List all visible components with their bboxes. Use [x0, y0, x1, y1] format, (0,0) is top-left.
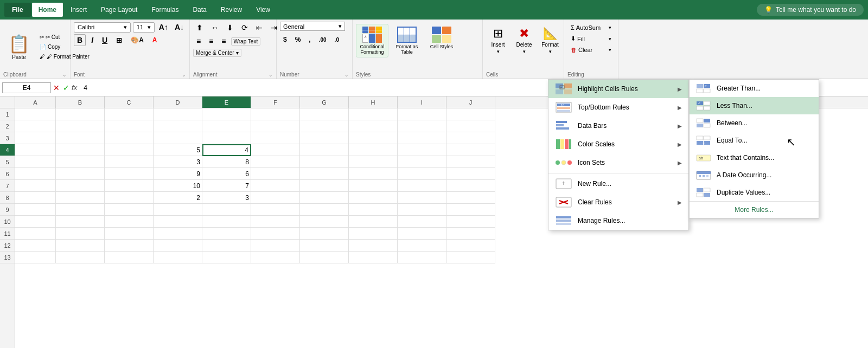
cell-J3[interactable] — [446, 132, 495, 144]
cell-F13[interactable] — [251, 252, 300, 263]
cell-J11[interactable] — [446, 228, 495, 240]
cell-G10[interactable] — [300, 216, 349, 228]
cell-B1[interactable] — [56, 108, 105, 120]
number-format-selector[interactable]: General ▾ — [280, 22, 345, 31]
cell-G11[interactable] — [300, 228, 349, 240]
greater-than-item[interactable]: > Greater Than... — [690, 80, 819, 97]
cell-B11[interactable] — [56, 228, 105, 240]
cell-H2[interactable] — [349, 120, 398, 132]
cell-A13[interactable] — [15, 252, 56, 263]
cell-D13[interactable] — [154, 252, 202, 263]
cell-J6[interactable] — [446, 168, 495, 180]
font-color-button[interactable]: A — [149, 35, 161, 46]
cell-D4[interactable]: 5 — [154, 144, 202, 156]
cell-C10[interactable] — [105, 216, 154, 228]
cell-H12[interactable] — [349, 240, 398, 252]
cell-C2[interactable] — [105, 120, 154, 132]
cell-E3[interactable] — [202, 132, 251, 144]
row-num-3[interactable]: 3 — [0, 132, 15, 144]
cell-A3[interactable] — [15, 132, 56, 144]
cell-G2[interactable] — [300, 120, 349, 132]
cell-B10[interactable] — [56, 216, 105, 228]
cell-F12[interactable] — [251, 240, 300, 252]
cell-A9[interactable] — [15, 204, 56, 216]
cell-E4[interactable]: 4 — [202, 144, 251, 156]
cell-F5[interactable] — [251, 156, 300, 168]
formulas-menu[interactable]: Formulas — [145, 3, 185, 17]
cell-I2[interactable] — [398, 120, 446, 132]
cell-I11[interactable] — [398, 228, 446, 240]
cell-D12[interactable] — [154, 240, 202, 252]
cell-H5[interactable] — [349, 156, 398, 168]
cell-F3[interactable] — [251, 132, 300, 144]
cell-D1[interactable] — [154, 108, 202, 120]
cell-G5[interactable] — [300, 156, 349, 168]
clear-rules-item[interactable]: Clear Rules ▶ — [548, 193, 688, 211]
cell-J10[interactable] — [446, 216, 495, 228]
cell-C8[interactable] — [105, 192, 154, 204]
cell-H1[interactable] — [349, 108, 398, 120]
cell-A1[interactable] — [15, 108, 56, 120]
col-header-J[interactable]: J — [446, 96, 495, 108]
col-header-I[interactable]: I — [398, 96, 446, 108]
new-rule-item[interactable]: + New Rule... — [548, 175, 688, 193]
duplicate-values-item[interactable]: Duplicate Values... — [690, 184, 819, 201]
highlight-cells-item[interactable]: ≠ Highlight Cells Rules ▶ — [548, 80, 688, 98]
top-bottom-item[interactable]: 10 Top/Bottom Rules ▶ — [548, 98, 688, 117]
cell-G6[interactable] — [300, 168, 349, 180]
cell-E9[interactable] — [202, 204, 251, 216]
cell-G13[interactable] — [300, 252, 349, 263]
fill-color-button[interactable]: 🎨A — [127, 35, 147, 46]
review-menu[interactable]: Review — [214, 3, 248, 17]
cell-B4[interactable] — [56, 144, 105, 156]
indent-decrease-button[interactable]: ⇤ — [253, 22, 266, 34]
cell-J5[interactable] — [446, 156, 495, 168]
more-rules-link[interactable]: More Rules... — [690, 201, 819, 218]
cell-D9[interactable] — [154, 204, 202, 216]
align-bottom-button[interactable]: ⬇ — [224, 22, 237, 34]
cell-H3[interactable] — [349, 132, 398, 144]
cell-G4[interactable] — [300, 144, 349, 156]
col-header-B[interactable]: B — [56, 96, 105, 108]
cell-I8[interactable] — [398, 192, 446, 204]
bold-button[interactable]: B — [74, 34, 86, 46]
row-num-8[interactable]: 8 — [0, 192, 15, 204]
less-than-item[interactable]: < Less Than... — [690, 97, 819, 114]
col-header-E[interactable]: E — [202, 96, 251, 108]
page-layout-menu[interactable]: Page Layout — [94, 3, 144, 17]
font-size-selector[interactable]: 11 ▾ — [133, 22, 155, 33]
fill-button[interactable]: ⬇ Fill ▾ — [567, 34, 615, 44]
col-header-D[interactable]: D — [154, 96, 202, 108]
cell-D8[interactable]: 2 — [154, 192, 202, 204]
align-right-button[interactable]: ≡ — [218, 35, 229, 47]
cell-I13[interactable] — [398, 252, 446, 263]
cell-C1[interactable] — [105, 108, 154, 120]
cell-D6[interactable]: 9 — [154, 168, 202, 180]
data-bars-item[interactable]: Data Bars ▶ — [548, 117, 688, 135]
cell-E10[interactable] — [202, 216, 251, 228]
cell-F7[interactable] — [251, 180, 300, 192]
cell-I10[interactable] — [398, 216, 446, 228]
cell-F4[interactable] — [251, 144, 300, 156]
cell-A11[interactable] — [15, 228, 56, 240]
cell-C11[interactable] — [105, 228, 154, 240]
cell-H7[interactable] — [349, 180, 398, 192]
cell-J9[interactable] — [446, 204, 495, 216]
cell-C5[interactable] — [105, 156, 154, 168]
cell-C9[interactable] — [105, 204, 154, 216]
cell-I7[interactable] — [398, 180, 446, 192]
cell-D10[interactable] — [154, 216, 202, 228]
cancel-formula-icon[interactable]: ✕ — [53, 83, 60, 92]
cell-E5[interactable]: 8 — [202, 156, 251, 168]
cell-B13[interactable] — [56, 252, 105, 263]
cell-E12[interactable] — [202, 240, 251, 252]
cell-F9[interactable] — [251, 204, 300, 216]
cell-J1[interactable] — [446, 108, 495, 120]
row-num-10[interactable]: 10 — [0, 216, 15, 228]
cell-styles-button[interactable]: Cell Styles — [425, 24, 458, 52]
paste-button[interactable]: 📋 Paste — [3, 32, 35, 62]
row-num-4[interactable]: 4 — [0, 144, 15, 156]
cell-C3[interactable] — [105, 132, 154, 144]
color-scales-item[interactable]: Color Scales ▶ — [548, 135, 688, 153]
cell-G12[interactable] — [300, 240, 349, 252]
